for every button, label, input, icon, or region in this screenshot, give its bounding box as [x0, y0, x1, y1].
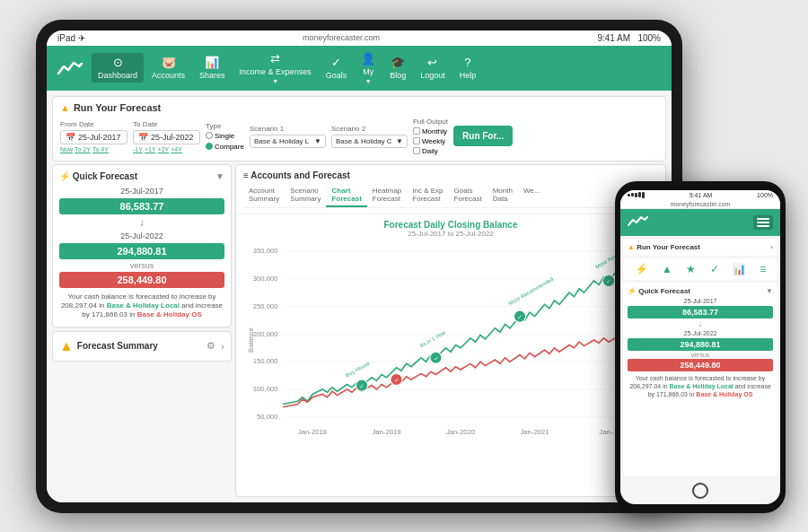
- svg-text:✓: ✓: [434, 355, 439, 362]
- signal-dot-5: [642, 192, 645, 198]
- svg-text:As in 1 Year: As in 1 Year: [419, 329, 447, 348]
- scenario1-group: Scenario 1 Base & Holiday L ▼: [250, 125, 326, 148]
- svg-text:Jan-2020: Jan-2020: [446, 427, 475, 435]
- phone-icon-bolt[interactable]: ⚡: [635, 263, 648, 275]
- plus4y-btn[interactable]: +4Y: [171, 146, 182, 153]
- from-date-input[interactable]: 📅 25-Jul-2017: [60, 130, 127, 144]
- adj-dates: -1Y +1Y +2Y +4Y: [133, 146, 200, 153]
- chevron-down-icon[interactable]: ▼: [215, 171, 224, 181]
- tab-we[interactable]: We...: [518, 184, 546, 207]
- daily-checkbox[interactable]: Daily: [413, 147, 448, 155]
- tab-month-data[interactable]: MonthData: [487, 184, 518, 207]
- svg-text:✓: ✓: [606, 278, 611, 284]
- hline-1: [757, 218, 769, 220]
- phone-home-area: [620, 479, 780, 504]
- nav-goals[interactable]: ✓ Goals: [320, 53, 354, 83]
- nav-my[interactable]: 👤 My ▼: [355, 49, 382, 87]
- phone-quick-icon: ⚡: [635, 263, 648, 275]
- home-button[interactable]: [692, 483, 708, 499]
- to4y-btn[interactable]: To 4Y: [92, 146, 109, 153]
- phone-url-bar: moneyforecaster.com: [620, 200, 780, 209]
- phone-run-forecast-title: ▲ Run Your Forecast: [628, 243, 700, 251]
- nav-blog[interactable]: 🎓 Blog: [383, 53, 412, 83]
- phone-star-icon: ★: [686, 263, 696, 275]
- phone-icon-chart[interactable]: 📊: [733, 263, 746, 275]
- phone-qf-to-value: 294,880.81: [628, 338, 773, 351]
- accounts-icon: 🐷: [162, 56, 176, 69]
- logo[interactable]: [54, 52, 86, 84]
- nav-accounts[interactable]: 🐷 Accounts: [145, 53, 191, 83]
- phone-signal: [628, 192, 645, 198]
- forecast-summary-right: ⚙ ›: [206, 340, 224, 352]
- now-btn[interactable]: Now: [60, 146, 73, 153]
- run-forecast-button[interactable]: Run For...: [453, 126, 513, 146]
- tablet-device: iPad ✈ moneyforecaster.com 9:41 AM 100% …: [36, 20, 682, 513]
- to2y-btn[interactable]: To 2Y: [75, 146, 91, 153]
- scenario2-select[interactable]: Base & Holiday C ▼: [331, 135, 408, 148]
- svg-text:Jan-2019: Jan-2019: [372, 427, 400, 435]
- weekly-checkbox[interactable]: Weekly: [413, 137, 448, 145]
- bolt-icon-2: ⚡: [59, 171, 70, 181]
- blog-icon: 🎓: [391, 56, 405, 69]
- phone-battery: 100%: [757, 192, 773, 198]
- phone-run-forecast-panel[interactable]: ▲ Run Your Forecast ›: [623, 239, 777, 256]
- gear-icon[interactable]: ⚙: [206, 340, 215, 352]
- nav-logout[interactable]: ↩ Logout: [414, 53, 452, 83]
- compare-radio[interactable]: Compare: [206, 143, 244, 151]
- nav-help[interactable]: ? Help: [453, 53, 483, 83]
- phone-quick-forecast-card: ⚡ Quick Forecast ▼ 25-Jul-2017 86,583.77…: [623, 283, 777, 476]
- to-date-input[interactable]: 📅 25-Jul-2022: [133, 130, 200, 144]
- qf-arrow-icon: ↓: [59, 216, 224, 229]
- arrow-right-icon[interactable]: ›: [221, 341, 224, 352]
- tab-heatmap[interactable]: HeatmapForecast: [367, 184, 407, 207]
- accounts-tab-row: AccountSummary ScenarioSummary ChartFore…: [243, 184, 658, 208]
- svg-text:50,000: 50,000: [257, 413, 278, 421]
- weekly-cb-box: [413, 137, 420, 144]
- single-radio[interactable]: Single: [206, 132, 244, 140]
- tablet-status-right: 9:41 AM 100%: [597, 33, 661, 43]
- tablet-screen: iPad ✈ moneyforecaster.com 9:41 AM 100% …: [47, 31, 672, 502]
- svg-text:200,000: 200,000: [253, 329, 278, 337]
- tab-account-summary[interactable]: AccountSummary: [243, 184, 285, 207]
- phone-logo[interactable]: [628, 213, 649, 231]
- forecast-chart: 350,000 300,000 250,000 200,000 150,000 …: [242, 241, 660, 439]
- tab-goals[interactable]: GoalsForecast: [449, 184, 487, 207]
- phone-bolt-icon: ▲: [628, 243, 635, 251]
- quick-forecast-title: ⚡ Quick Forecast: [59, 171, 137, 181]
- income-arrow-icon: ▼: [272, 78, 278, 84]
- hline-3: [757, 225, 769, 227]
- nav-shares[interactable]: 📊 Shares: [193, 53, 232, 83]
- goals-icon: ✓: [331, 56, 341, 69]
- hamburger-menu[interactable]: [753, 215, 773, 230]
- monthly-checkbox[interactable]: Monthly: [413, 127, 448, 135]
- tab-scenario-summary[interactable]: ScenarioSummary: [285, 184, 326, 207]
- tab-inc-exp[interactable]: Inc & ExpForecast: [407, 184, 448, 207]
- hline-2: [757, 222, 769, 223]
- phone-list-icon: ≡: [760, 263, 766, 275]
- phone-icon-list[interactable]: ≡: [760, 263, 766, 275]
- scenario1-select[interactable]: Base & Holiday L ▼: [250, 135, 326, 148]
- chart-area: Forecast Daily Closing Balance 25-Jul-20…: [236, 214, 665, 496]
- accounts-title: ≡ Accounts and Forecast: [243, 170, 658, 180]
- phone-icon-forecast[interactable]: ▲: [662, 263, 672, 275]
- forecast-form: From Date 📅 25-Jul-2017 Now To 2Y To 4Y: [60, 118, 658, 155]
- plus1y-btn[interactable]: +1Y: [145, 146, 156, 153]
- phone-icon-check[interactable]: ✓: [710, 263, 719, 275]
- tab-chart-forecast[interactable]: ChartForecast: [326, 184, 366, 207]
- shares-icon: 📊: [205, 56, 219, 69]
- plus2y-btn[interactable]: +2Y: [158, 146, 170, 153]
- phone-qf-chevron-icon[interactable]: ▼: [766, 287, 773, 295]
- svg-text:Buy House: Buy House: [345, 360, 371, 378]
- nav-dashboard[interactable]: ⊙ Dashboard: [92, 53, 144, 83]
- svg-text:✓: ✓: [517, 313, 523, 319]
- nav-income[interactable]: ⇄ Income & Expenses ▼: [233, 49, 318, 87]
- minus1y-btn[interactable]: -1Y: [133, 146, 143, 153]
- scenario2-group: Scenario 2 Base & Holiday C ▼: [331, 125, 408, 148]
- svg-text:✓: ✓: [359, 382, 364, 388]
- type-group: Type Single Compare: [206, 122, 244, 151]
- scenario2-arrow-icon: ▼: [396, 137, 403, 145]
- forecast-summary-left: ▲ Forecast Summary: [59, 338, 158, 354]
- phone-icon-star[interactable]: ★: [686, 263, 696, 275]
- hamburger-lines: [757, 218, 769, 227]
- accounts-card: ≡ Accounts and Forecast AccountSummary S…: [235, 164, 666, 497]
